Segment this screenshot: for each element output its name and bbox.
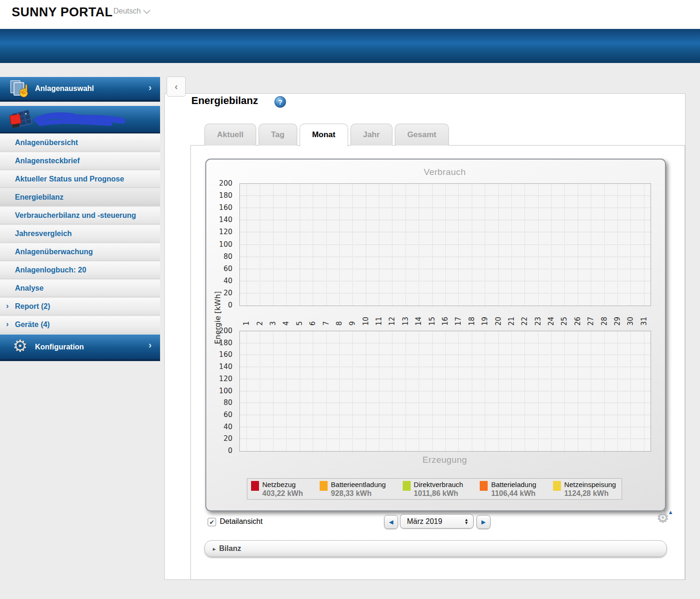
gridline <box>326 331 327 451</box>
gridline <box>485 331 485 451</box>
gridline <box>472 184 472 306</box>
gridline <box>273 331 273 451</box>
detailansicht-checkbox[interactable]: ✔ <box>208 518 216 526</box>
y-tick-label: 20 <box>224 434 232 443</box>
sidebar-item-label: Geräte (4) <box>15 320 50 329</box>
chevron-right-icon: › <box>6 301 9 311</box>
day-label: 11 <box>375 317 383 326</box>
y-tick-label: 40 <box>224 277 232 285</box>
sidebar-item-verbraucherbilanz-und-steuerung[interactable]: Verbraucherbilanz und -steuerung <box>0 207 160 224</box>
gridline <box>246 184 247 306</box>
language-selector[interactable]: Deutsch <box>113 7 149 15</box>
y-axis-erzeugung: 020406080100120140160180200 <box>206 331 236 451</box>
gridline <box>498 184 499 306</box>
next-month-button[interactable]: ▶ <box>476 515 490 529</box>
arrow-right-icon: ▶ <box>481 519 485 525</box>
day-label: 25 <box>560 317 568 326</box>
sidebar-item-energiebilanz[interactable]: Energiebilanz <box>0 189 160 206</box>
sidebar-item-anlagenüberwachung[interactable]: Anlagenüberwachung <box>0 244 160 261</box>
y-tick-label: 100 <box>219 240 232 249</box>
gridline <box>591 331 591 451</box>
gridline <box>286 184 287 306</box>
gridline <box>366 184 366 306</box>
chart-settings-gear-icon[interactable]: ⚙ <box>657 510 669 524</box>
day-label: 10 <box>362 317 370 326</box>
gridline <box>432 184 433 306</box>
legend-swatch-direktverbrauch <box>403 481 411 491</box>
sidebar-item-analyse[interactable]: Analyse <box>0 280 160 297</box>
gridline <box>406 331 406 451</box>
gridline <box>339 184 340 306</box>
sidebar-item-geräte-4[interactable]: ›Geräte (4) <box>0 316 160 334</box>
sidebar-item-anlagenlogbuch-20[interactable]: Anlagenlogbuch: 20 <box>0 262 160 279</box>
detailansicht-label: Detailansicht <box>220 517 263 526</box>
chevron-right-icon: › <box>148 82 152 93</box>
day-label: 12 <box>388 317 396 326</box>
legend-value: 1011,86 kWh <box>414 489 463 498</box>
gridline <box>485 184 485 306</box>
y-tick-label: 100 <box>219 387 232 395</box>
chevron-left-icon: ‹ <box>175 81 178 92</box>
day-label: 20 <box>494 317 503 326</box>
legend-name: Netzeinspeisung <box>564 481 616 489</box>
bilanz-label: Bilanz <box>219 544 241 553</box>
sidebar-plant-row[interactable] <box>0 106 160 133</box>
y-tick-label: 140 <box>219 362 232 371</box>
chart-legend: Netzbezug403,22 kWhBatterieentladung928,… <box>247 478 622 500</box>
help-icon[interactable]: ? <box>274 96 286 108</box>
gridline <box>313 184 313 306</box>
sidebar-header-konfiguration[interactable]: ⚙ Konfiguration › <box>0 334 160 361</box>
gridline <box>604 331 605 451</box>
gridline <box>406 184 406 306</box>
gridline <box>432 331 433 451</box>
tab-monat[interactable]: Monat <box>300 124 348 146</box>
tab-jahr[interactable]: Jahr <box>350 124 392 146</box>
chart-title-verbrauch: Verbrauch <box>239 167 650 177</box>
gridline <box>538 331 539 451</box>
legend-item-batterieentladung: Batterieentladung928,33 kWh <box>320 481 386 499</box>
gridline <box>630 184 631 306</box>
sidebar-menu: AnlagenübersichtAnlagensteckbriefAktuell… <box>0 134 160 334</box>
sidebar-header-label: Anlagenauswahl <box>35 84 94 93</box>
sidebar-header-anlagenauswahl[interactable]: ☝ Anlagenauswahl › <box>0 77 160 102</box>
plot-verbrauch <box>239 183 651 306</box>
sidebar-item-aktueller-status-und-prognose[interactable]: Aktueller Status und Prognose <box>0 171 160 188</box>
sidebar-item-anlagensteckbrief[interactable]: Anlagensteckbrief <box>0 153 160 170</box>
day-label: 31 <box>640 317 648 326</box>
gridline <box>352 184 353 306</box>
sidebar-item-jahresvergleich[interactable]: Jahresvergleich <box>0 225 160 243</box>
chevron-down-icon <box>143 7 150 14</box>
month-select-value: März 2019 <box>407 517 464 526</box>
gridline <box>511 331 512 451</box>
tab-tag[interactable]: Tag <box>259 124 297 146</box>
bilanz-expander[interactable]: ▸ Bilanz <box>204 540 667 557</box>
day-label: 13 <box>401 317 410 326</box>
sidebar-item-report-2[interactable]: ›Report (2) <box>0 298 160 315</box>
sidebar-item-anlagenübersicht[interactable]: Anlagenübersicht <box>0 134 160 152</box>
y-tick-label: 120 <box>219 375 232 383</box>
tab-aktuell[interactable]: Aktuell <box>204 124 256 146</box>
month-select[interactable]: März 2019 ▲▼ <box>400 514 474 529</box>
y-tick-label: 120 <box>219 228 232 236</box>
chevron-right-icon: › <box>148 340 152 350</box>
gridline <box>379 184 379 306</box>
legend-name: Batterieladung <box>491 481 536 489</box>
gridline <box>246 331 247 451</box>
y-axis-verbrauch: 020406080100120140160180200 <box>206 183 236 305</box>
gridline <box>578 184 578 306</box>
gridline <box>578 331 578 451</box>
day-label: 23 <box>534 317 542 326</box>
gridline <box>392 331 392 451</box>
sidebar-item-label: Jahresvergleich <box>15 230 72 238</box>
sidebar-item-label: Anlagenlogbuch: 20 <box>15 266 86 274</box>
gear-badge-arrow-icon[interactable]: ▲ <box>668 509 673 515</box>
day-label: 22 <box>520 317 529 326</box>
page-title: Energiebilanz <box>191 95 258 107</box>
sidebar-collapse-button[interactable]: ‹ <box>167 77 186 97</box>
previous-month-button[interactable]: ◀ <box>384 515 398 529</box>
gridline <box>260 331 260 451</box>
y-axis-label: Energie [kWh] <box>213 291 222 344</box>
tab-gesamt[interactable]: Gesamt <box>395 124 449 146</box>
gridline <box>313 331 313 451</box>
check-icon: ✔ <box>210 519 215 526</box>
